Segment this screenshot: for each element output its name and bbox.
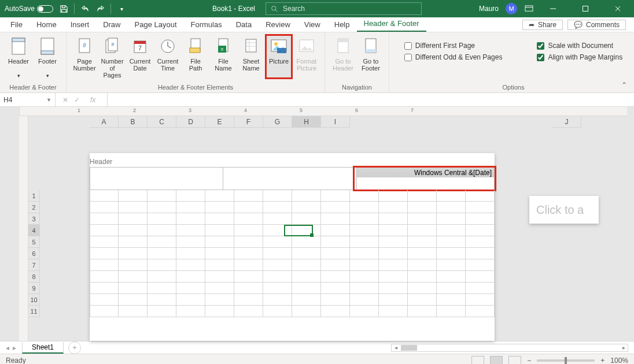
cell[interactable] [176,236,205,248]
cell[interactable] [263,306,292,317]
cell[interactable] [205,271,234,283]
picture-button[interactable]: Picture [266,35,292,79]
column-header[interactable] [379,116,408,128]
row-header[interactable]: 9 [28,283,40,294]
cell[interactable] [90,236,119,248]
cell[interactable] [176,248,205,259]
cell[interactable] [148,271,176,283]
cell[interactable] [466,213,495,225]
minimize-button[interactable] [540,0,566,17]
column-header[interactable] [466,116,495,128]
cell[interactable] [379,213,408,225]
cell[interactable] [408,236,437,248]
cell[interactable] [321,190,350,202]
cell[interactable] [408,271,437,283]
cell[interactable] [321,271,350,283]
opt-align-margins[interactable]: Align with Page Margins [537,53,622,61]
cell[interactable] [148,202,176,213]
column-header[interactable]: D [176,116,205,128]
cell[interactable] [379,190,408,202]
horizontal-scrollbar[interactable]: ◂ ▸ [391,344,628,352]
row-header[interactable]: 11 [28,306,40,317]
tab-home[interactable]: Home [30,18,64,32]
tab-file[interactable]: File [0,18,30,32]
cell[interactable] [466,306,495,317]
cell[interactable] [350,271,379,283]
num-pages-button[interactable]: #Number of Pages [99,35,126,79]
cell[interactable] [148,225,176,236]
cell[interactable] [263,259,292,271]
cell[interactable] [234,294,263,306]
cell[interactable] [90,294,119,306]
cell[interactable] [176,225,205,236]
cell[interactable] [437,248,466,259]
cell[interactable] [350,259,379,271]
cell[interactable] [408,294,437,306]
sheet-prev-icon[interactable]: ◂ [6,344,9,352]
cell[interactable] [466,259,495,271]
cell[interactable] [437,213,466,225]
row-header[interactable]: 2 [28,202,40,213]
tab-data[interactable]: Data [229,18,259,32]
cell[interactable] [292,202,321,213]
cell[interactable] [119,202,148,213]
name-box[interactable]: H4 ▼ [0,93,56,106]
row-header[interactable]: 4 [28,225,40,236]
cell[interactable] [205,259,234,271]
cell[interactable] [234,190,263,202]
cell[interactable] [90,225,119,236]
cell[interactable] [263,225,292,236]
cell[interactable] [466,225,495,236]
cell[interactable] [263,236,292,248]
cell[interactable] [350,248,379,259]
cell[interactable] [350,190,379,202]
undo-icon[interactable] [80,4,90,13]
cell[interactable] [205,202,234,213]
cell[interactable] [263,190,292,202]
cell[interactable] [379,225,408,236]
column-header[interactable]: J [552,116,581,128]
column-headers[interactable]: ABCDEFGHIJ [28,116,627,128]
autosave-toggle[interactable]: AutoSave [5,5,53,13]
cell[interactable] [379,248,408,259]
cell[interactable] [119,259,148,271]
cell[interactable] [119,236,148,248]
opt-scale-doc[interactable]: Scale with Document [537,42,622,50]
cell[interactable] [90,248,119,259]
cell[interactable] [148,236,176,248]
cell[interactable] [263,213,292,225]
share-button[interactable]: ➦Share [522,20,563,30]
cell[interactable] [379,259,408,271]
opt-diff-odd-even[interactable]: Different Odd & Even Pages [404,53,503,61]
cell[interactable] [263,202,292,213]
cell[interactable] [119,213,148,225]
cell[interactable] [321,213,350,225]
cell[interactable] [119,225,148,236]
header-left[interactable] [90,168,223,190]
cell[interactable] [379,271,408,283]
cell[interactable] [148,306,176,317]
header-center[interactable] [223,168,356,190]
tab-insert[interactable]: Insert [64,18,97,32]
column-header[interactable] [408,116,437,128]
cell[interactable] [205,236,234,248]
column-header[interactable]: C [148,116,176,128]
view-pagelayout-button[interactable] [490,356,503,365]
cell[interactable] [466,283,495,294]
header-button[interactable]: Header▾ [5,35,32,79]
current-date-button[interactable]: 7Current Date [127,35,153,79]
ribbon-display-icon[interactable] [524,4,533,13]
sheet-next-icon[interactable]: ▸ [13,344,16,352]
cell[interactable] [90,271,119,283]
fx-icon[interactable]: fx [86,96,100,104]
cell[interactable] [148,259,176,271]
close-button[interactable] [605,0,631,17]
cell[interactable] [437,306,466,317]
cell[interactable] [234,236,263,248]
cell[interactable] [292,225,321,236]
tab-view[interactable]: View [297,18,327,32]
column-header[interactable] [350,116,379,128]
cell[interactable] [176,294,205,306]
tab-header-footer[interactable]: Header & Footer [357,17,426,32]
scroll-right-icon[interactable]: ▸ [620,344,628,351]
